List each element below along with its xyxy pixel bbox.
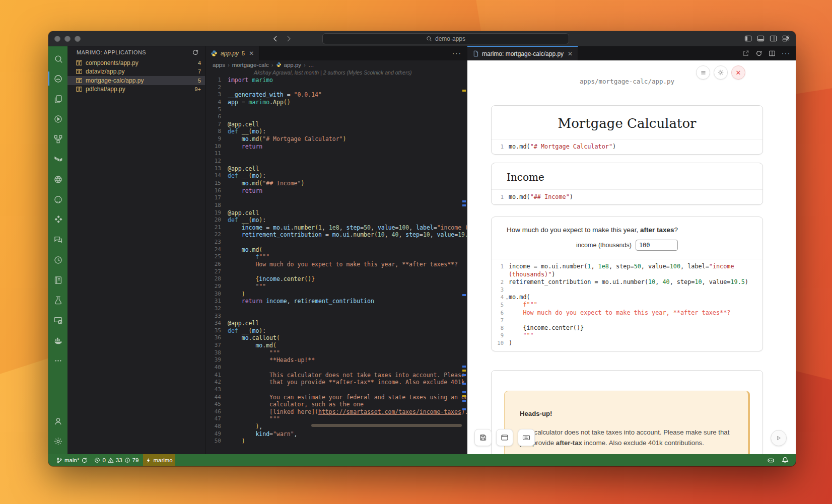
file-item-components-app-py[interactable]: components/app.py4 xyxy=(67,58,205,67)
problems-status[interactable]: 0 33 79 xyxy=(92,454,141,466)
close-icon[interactable]: ✕ xyxy=(568,50,573,57)
horizontal-scrollbar[interactable] xyxy=(311,424,462,427)
file-name: dataviz/app.py xyxy=(86,68,198,75)
search-icon xyxy=(426,36,432,42)
customize-layout-icon[interactable] xyxy=(782,35,790,42)
terraform-icon xyxy=(53,155,63,164)
references-icon xyxy=(53,134,63,144)
warning-mark xyxy=(462,395,466,397)
stop-app-button[interactable]: ✕ xyxy=(731,65,745,80)
activity-item-timeline[interactable] xyxy=(48,250,67,270)
file-name: mortgage-calc/app.py xyxy=(86,77,198,84)
more-actions-icon[interactable]: ··· xyxy=(782,50,791,57)
timeline-icon xyxy=(53,255,63,265)
notebook-file-icon xyxy=(76,68,83,75)
cell-code[interactable]: 1income = mo.ui.number(1, 1e8, step=50, … xyxy=(492,259,762,350)
git-branch-icon xyxy=(56,457,62,464)
file-name: pdfchat/app.py xyxy=(86,86,194,93)
tab-app-py[interactable]: app.py 5 ✕ xyxy=(205,46,259,60)
modified-line-mark xyxy=(462,391,466,393)
command-center-search[interactable]: demo-apps xyxy=(322,33,569,44)
code-editor[interactable]: 1import marimo23__generated_with = "0.0.… xyxy=(205,77,467,445)
overview-ruler xyxy=(462,60,466,454)
modified-line-mark xyxy=(462,204,466,206)
back-arrow-icon[interactable] xyxy=(271,34,280,43)
keyboard-icon xyxy=(522,434,530,442)
editor-more-actions-icon[interactable]: ··· xyxy=(452,49,462,57)
activity-item-tests[interactable] xyxy=(48,290,67,310)
sidebar-title: MARIMO: APPLICATIONS xyxy=(77,49,146,55)
toggle-secondary-sidebar-icon[interactable] xyxy=(770,35,777,42)
activity-item-notebook[interactable] xyxy=(48,270,67,290)
income-number-input[interactable] xyxy=(636,240,678,251)
tab-label: app.py xyxy=(221,50,239,57)
toggle-panel-icon[interactable] xyxy=(757,35,765,42)
breadcrumb-item[interactable]: apps xyxy=(213,62,225,68)
close-window-button[interactable] xyxy=(54,36,60,42)
cell-code[interactable]: 1mo.md("## Income") xyxy=(492,189,762,204)
activity-item-comments[interactable] xyxy=(48,230,67,250)
file-item-dataviz-app-py[interactable]: dataviz/app.py7 xyxy=(67,67,205,77)
file-item-mortgage-calc-app-py[interactable]: mortgage-calc/app.py5 xyxy=(67,76,205,85)
open-in-browser-button[interactable] xyxy=(496,429,513,446)
activity-item-account[interactable] xyxy=(48,411,67,431)
app-title: Mortgage Calculator xyxy=(492,106,762,139)
zap-icon xyxy=(146,458,151,463)
activity-item-github[interactable] xyxy=(48,189,67,209)
split-editor-icon[interactable] xyxy=(769,50,776,57)
tab-marimo-webview[interactable]: marimo: mortgage-calc/app.py ✕ xyxy=(467,46,578,60)
activity-item-terraform[interactable] xyxy=(48,149,67,169)
open-external-icon[interactable] xyxy=(742,50,749,57)
modified-line-mark xyxy=(462,374,466,376)
breadcrumb-item[interactable]: mortgage-calc xyxy=(232,62,269,68)
editor-tab-bar: app.py 5 ✕ xyxy=(205,46,467,60)
save-icon xyxy=(479,434,487,442)
marimo-webview-panel: marimo: mortgage-calc/app.py ✕ ··· ✕ xyxy=(467,46,796,454)
income-input-label: income (thousands) xyxy=(576,242,632,249)
activity-item-run-pointer[interactable] xyxy=(48,109,67,129)
save-app-button[interactable] xyxy=(474,429,492,446)
activity-item-pieces[interactable] xyxy=(48,209,67,230)
info-icon xyxy=(124,457,130,463)
minimize-window-button[interactable] xyxy=(64,36,71,42)
activity-item-references[interactable] xyxy=(48,129,67,149)
refresh-icon[interactable] xyxy=(191,48,200,57)
play-icon xyxy=(776,435,782,441)
activity-item-copies[interactable] xyxy=(48,89,67,109)
forward-arrow-icon[interactable] xyxy=(284,34,293,43)
activity-item-remote-screen[interactable] xyxy=(48,310,67,330)
git-branch-status[interactable]: main* xyxy=(53,454,90,466)
notifications-bell-icon[interactable] xyxy=(782,457,789,464)
reload-icon[interactable] xyxy=(755,50,762,57)
file-item-pdfchat-app-py[interactable]: pdfchat/app.py9+ xyxy=(67,85,205,94)
notebook-icon xyxy=(53,275,63,285)
marimo-status-badge[interactable]: marimo xyxy=(143,454,175,466)
remote-screen-icon xyxy=(53,316,63,325)
activity-item-more[interactable] xyxy=(48,350,67,371)
activity-item-search[interactable] xyxy=(48,48,67,68)
run-app-button[interactable] xyxy=(771,430,787,446)
activity-bar xyxy=(48,46,67,454)
cell-code[interactable]: 1mo.md("# Mortgage Calculator") xyxy=(492,139,762,154)
close-icon[interactable]: ✕ xyxy=(249,50,254,57)
zoom-window-button[interactable] xyxy=(75,36,81,42)
tab-label: marimo: mortgage-calc/app.py xyxy=(482,50,564,57)
gear-icon xyxy=(717,69,724,76)
app-settings-button[interactable] xyxy=(714,65,728,80)
keyboard-shortcuts-button[interactable] xyxy=(518,429,535,446)
activity-item-marimo[interactable] xyxy=(48,68,67,89)
activity-item-settings[interactable] xyxy=(48,431,67,451)
toggle-primary-sidebar-icon[interactable] xyxy=(744,35,752,42)
app-menu-button[interactable] xyxy=(696,65,710,80)
breadcrumb-separator: › xyxy=(271,62,273,68)
activity-item-globe-package[interactable] xyxy=(48,169,67,189)
activity-item-docker[interactable] xyxy=(48,330,67,350)
question-text: How much do you expect to make this year… xyxy=(507,226,747,234)
vscode-window: demo-apps MARIMO: APPLICATIONS component… xyxy=(48,31,796,466)
breadcrumb-item[interactable]: app.py xyxy=(284,62,302,68)
warning-icon xyxy=(108,457,114,463)
copilot-icon[interactable] xyxy=(767,457,775,464)
breadcrumb-item[interactable]: … xyxy=(308,62,314,68)
python-icon xyxy=(276,62,282,68)
error-count: 0 xyxy=(102,457,105,463)
